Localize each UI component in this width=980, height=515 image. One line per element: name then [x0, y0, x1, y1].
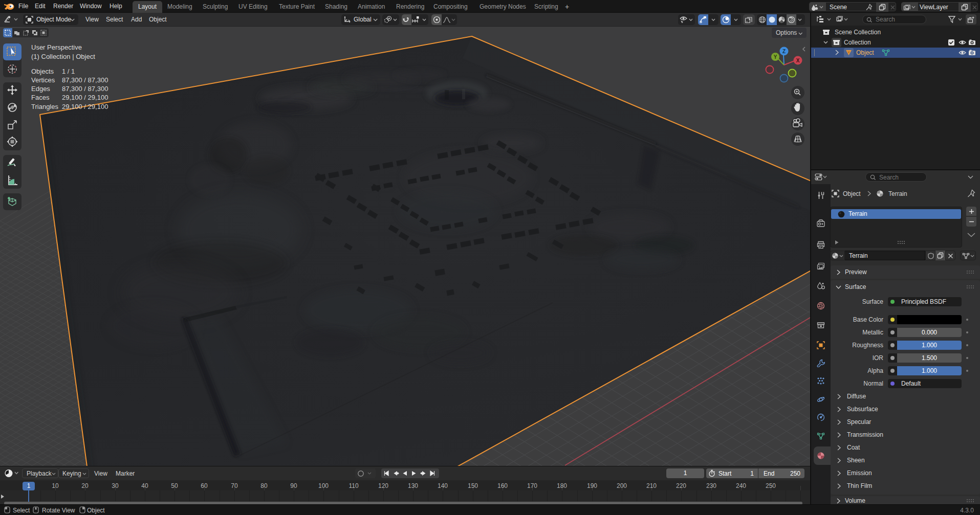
svg-text:Y: Y [774, 54, 777, 60]
svg-text:X: X [796, 58, 800, 63]
svg-text:Z: Z [782, 49, 786, 54]
